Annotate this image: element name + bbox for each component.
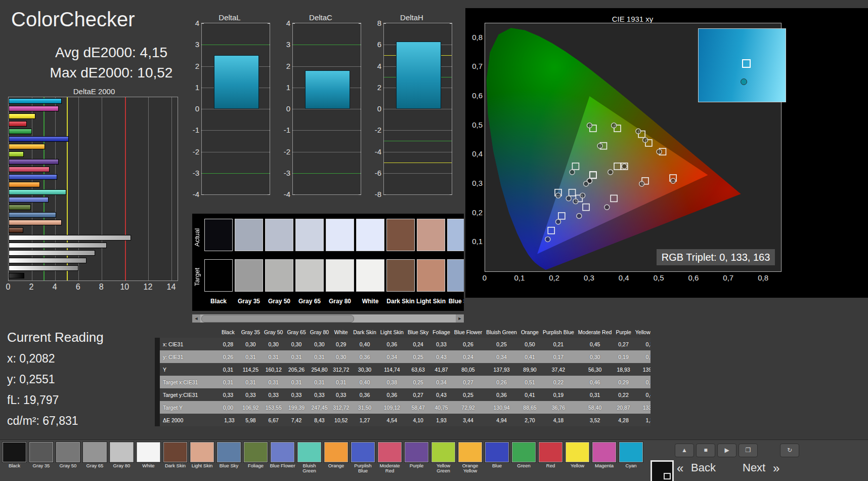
table-column-header: Bluish Green — [484, 327, 519, 338]
toolbar-patch-blue-flower[interactable]: Blue Flower — [269, 442, 296, 468]
toolbar-patch-gray-35[interactable]: Gray 35 — [28, 442, 55, 468]
table-cell: 0,31 — [308, 350, 331, 363]
cie-measured-marker — [556, 193, 561, 198]
y-tick-label: 4 — [369, 62, 381, 70]
toolbar-patch-yellow[interactable]: Yellow — [564, 442, 591, 468]
cie-measured-marker — [587, 123, 592, 128]
patch-color-chip — [297, 442, 321, 462]
swatch-column-label: Gray 50 — [265, 298, 294, 305]
patch-color-chip — [431, 442, 455, 462]
play-button[interactable]: ▶ — [717, 444, 736, 457]
toolbar-patch-gray-50[interactable]: Gray 50 — [55, 442, 81, 468]
table-cell: 0,31 — [220, 363, 239, 376]
toolbar-patch-gray-80[interactable]: Gray 80 — [108, 442, 135, 468]
table-cell: 80,05 — [452, 363, 484, 376]
table-column-header: Light Skin — [378, 327, 406, 338]
patch-label: Bluish Green — [296, 463, 323, 474]
table-cell: 0,21 — [541, 338, 576, 350]
y-tick-label: -2 — [278, 147, 290, 156]
toolbar-patch-gray-65[interactable]: Gray 65 — [81, 442, 108, 468]
toolbar-patch-green[interactable]: Green — [510, 442, 537, 468]
gridline — [102, 97, 102, 280]
sync-button[interactable]: ↻ — [780, 444, 799, 457]
stop-button[interactable]: ■ — [696, 444, 715, 457]
toolbar-patch-black[interactable]: Black — [1, 442, 28, 468]
cie-y-tick-label: 0,1 — [465, 237, 483, 246]
scroll-right-button[interactable]: ► — [456, 314, 464, 323]
toolbar-patch-cyan[interactable]: Cyan — [618, 442, 644, 468]
table-cell: 0,34 — [430, 376, 452, 388]
gridline — [171, 97, 172, 280]
gridline — [384, 130, 452, 131]
gridline — [202, 130, 270, 131]
cie-y-tick-label: 0,3 — [465, 179, 483, 187]
patch-label: Light Skin — [189, 463, 215, 468]
target-swatch-8 — [447, 259, 464, 292]
toolbar-patch-red[interactable]: Red — [537, 442, 564, 468]
y-tick-label: 0 — [369, 104, 381, 113]
toolbar-patch-foliage[interactable]: Foliage — [242, 442, 269, 468]
mini-y-axis: 86420-2-4-6-8 — [369, 23, 383, 202]
toolbar-patch-blue[interactable]: Blue — [484, 442, 510, 468]
cie-x-tick-label: 0,2 — [549, 273, 559, 282]
chevron-up-button[interactable]: ▲ — [675, 444, 694, 457]
table-row: ΔE 20001,335,986,677,428,4310,521,274,54… — [157, 414, 650, 426]
cie-measured-marker — [604, 205, 610, 210]
patch-label: Dark Skin — [162, 463, 189, 468]
scroll-left-button[interactable]: ◄ — [192, 314, 200, 323]
table-cell: 312,72 — [331, 363, 351, 376]
y-tick-label: -8 — [369, 190, 381, 198]
back-button[interactable]: Back — [691, 461, 716, 474]
toolbar-patch-orange[interactable]: Orange — [323, 442, 350, 468]
toolbar-patch-moderate-red[interactable]: Moderate Red — [376, 442, 403, 474]
scrollbar-thumb[interactable] — [201, 315, 354, 323]
toolbar-patch-light-skin[interactable]: Light Skin — [189, 442, 215, 468]
cie-x-tick-label: 0,6 — [688, 273, 699, 282]
table-column-header: Blue Flower — [452, 327, 484, 338]
pattern-window-button[interactable] — [650, 460, 674, 481]
toolbar-patch-purple[interactable]: Purple — [403, 442, 430, 468]
back-chevron-icon: « — [677, 461, 683, 475]
table-cell: 1,31 — [633, 414, 650, 426]
cie-measured-marker — [608, 170, 613, 175]
x-tick-label: 8 — [99, 283, 104, 292]
deltae-bar-gray-80 — [9, 243, 107, 248]
pattern-window-button[interactable]: ❐ — [739, 444, 758, 457]
patch-label: Gray 35 — [28, 463, 55, 468]
y-tick-label: -4 — [278, 190, 290, 198]
table-row-label: ΔE 2000 — [157, 414, 220, 426]
next-button[interactable]: Next — [743, 461, 765, 474]
yellow-reference-line — [384, 163, 452, 163]
table-cell: 0,41 — [519, 350, 541, 363]
table-row: y: CIE310,260,310,310,310,310,300,360,34… — [157, 350, 650, 363]
deltah-chart: DeltaH86420-2-4-6-8 — [369, 13, 454, 202]
toolbar-patch-yellow-green[interactable]: Yellow Green — [430, 442, 457, 474]
gridline — [293, 130, 361, 131]
patch-label: Black — [1, 463, 28, 468]
patch-label: Purple — [403, 463, 430, 468]
table-cell: 72,92 — [452, 401, 484, 414]
toolbar-patch-magenta[interactable]: Magenta — [591, 442, 618, 468]
y-tick-label: 0 — [187, 104, 199, 113]
x-tick-label: 10 — [120, 283, 129, 292]
toolbar-patch-bluish-green[interactable]: Bluish Green — [296, 442, 323, 474]
tick-mark — [292, 194, 295, 195]
toolbar-patch-white[interactable]: White — [135, 442, 162, 468]
target-swatch-6 — [386, 259, 415, 292]
toolbar-patch-dark-skin[interactable]: Dark Skin — [162, 442, 189, 468]
table-cell: 0,38 — [378, 376, 406, 388]
toolbar-patch-purplish-blue[interactable]: Purplish Blue — [350, 442, 376, 474]
page-title: ColorChecker — [11, 8, 135, 31]
swatch-scrollbar[interactable]: ◄ ► — [192, 314, 464, 323]
table-cell: 0,29 — [614, 376, 633, 388]
table-cell: 0,50 — [519, 338, 541, 350]
toolbar-patch-blue-sky[interactable]: Blue Sky — [215, 442, 242, 468]
deltae2000-chart: DeltaE 2000 02468101214 — [8, 87, 180, 292]
deltae-bar-purple — [9, 159, 59, 165]
patch-label: Purplish Blue — [350, 463, 376, 474]
deltae-bar-blue-sky — [9, 212, 56, 218]
table-cell: 312,72 — [331, 401, 351, 414]
scrollbar-track[interactable] — [200, 314, 456, 323]
toolbar-patch-orange-yellow[interactable]: Orange Yellow — [457, 442, 484, 474]
table-cell: 4,54 — [378, 414, 406, 426]
